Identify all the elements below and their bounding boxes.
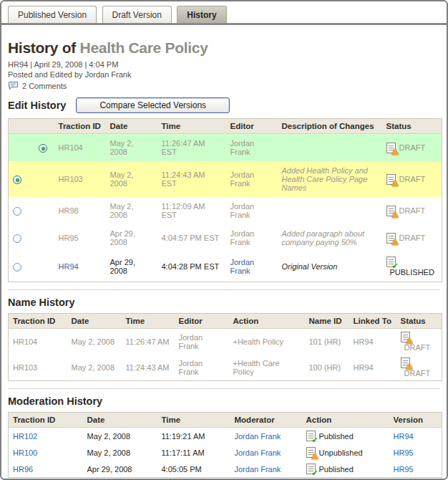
name-history-section: Name History Traction ID Date Time Edito… [8,289,440,381]
name-history-table: Traction ID Date Time Editor Action Name… [8,313,442,381]
moderation-history-title: Moderation History [8,395,440,407]
name-action: +Health Policy [229,329,305,355]
draft-status-icon [401,332,410,342]
col-action: Action [229,314,305,329]
comments-link[interactable]: 2 Comments [22,82,67,90]
change-description [278,134,382,162]
edit-history-row: HR95 Apr 29, 2008 4:04:57 PM EST Jordan … [9,224,442,251]
comment-bubble-icon [8,81,19,90]
edit-history-row: HR98 May 2, 2008 11:12:09 AM EST Jordan … [9,197,442,224]
version-compare-radio[interactable] [13,176,21,184]
editor-name: Jordan Frank [226,161,278,197]
name-id: 101 (HR) [305,329,349,355]
col-date: Date [106,119,157,134]
version-compare-radio[interactable] [13,234,21,243]
version-link[interactable]: HR95 [394,465,414,474]
editor-link[interactable]: Jordan Frank [230,258,255,275]
col-description: Description of Changes [278,119,382,134]
name-id: 100 (HR) [305,355,349,381]
traction-id: HR103 [54,161,106,197]
traction-id: HR95 [54,224,106,251]
draft-status-icon [386,143,396,153]
edit-history-row: HR104 May 2, 2008 11:26:47 AM EST Jordan… [9,134,442,162]
linked-to: HR94 [349,355,396,381]
col-radio-a [9,119,34,134]
name-history-row: HR103 May 2, 2008 11:24:43 AM Jordan Fra… [9,355,442,381]
linked-to: HR94 [349,329,396,355]
entry-meta: HR94 | April 29, 2008 | 4:04 PM [8,60,440,69]
moderator-link[interactable]: Jordan Frank [235,432,281,441]
moderation-date: May 2, 2008 [83,444,157,461]
change-description [278,197,382,224]
version-link[interactable]: HR94 [394,432,414,441]
edit-time: 4:04:28 PM EST [157,251,226,282]
tab-history[interactable]: History [177,6,226,23]
tab-published-version[interactable]: Published Version [8,6,97,23]
name-time: 11:24:43 AM [122,355,175,381]
moderation-time: 11:19:21 AM [157,428,230,445]
col-editor: Editor [226,119,278,134]
col-status: Status [382,119,442,134]
moderation-history-row: HR100 May 2, 2008 11:17:11 AM Jordan Fra… [9,444,442,461]
edit-history-row: HR103 May 2, 2008 11:24:43 AM EST Jordan… [9,161,442,197]
col-traction-id: Traction ID [9,314,67,329]
col-status: Status [396,314,442,329]
version-compare-radio[interactable] [39,144,47,153]
moderation-action: Published [319,432,354,441]
page-title-name: Health Care Policy [80,39,208,56]
draft-status-icon [386,174,396,185]
col-linked-to: Linked To [349,314,396,329]
col-date: Date [83,413,157,428]
name-time: 11:26:47 AM [122,329,175,355]
edit-date: May 2, 2008 [106,134,157,162]
status-label: DRAFT [404,343,431,352]
edit-date: Apr 29, 2008 [106,224,157,251]
version-compare-radio[interactable] [13,207,21,216]
edit-date: May 2, 2008 [106,161,157,197]
posted-by: Posted and Edited by Jordan Frank [8,70,440,79]
editor-name: Jordan Frank [175,329,229,355]
col-editor: Editor [175,314,229,329]
published-action-icon [306,464,316,474]
editor-name: Jordan Frank [226,224,278,251]
status-label: DRAFT [399,175,426,183]
tab-divider [1,23,447,25]
moderation-history-row: HR102 May 2, 2008 11:19:21 AM Jordan Fra… [9,428,442,445]
col-version: Version [389,413,442,428]
moderation-date: Apr 29, 2008 [83,461,157,478]
traction-id-link[interactable]: HR102 [13,432,37,441]
traction-id: HR98 [54,197,106,224]
traction-id-link[interactable]: HR100 [13,448,37,457]
page-title: History of Health Care Policy [8,39,440,57]
edit-date: May 2, 2008 [106,197,157,224]
moderation-history-table: Traction ID Date Time Moderator Action V… [8,412,442,478]
traction-id: HR104 [9,329,67,355]
moderation-time: 11:17:11 AM [157,444,230,461]
col-moderator: Moderator [230,413,302,428]
history-page: Published Version Draft Version History … [0,0,448,480]
traction-id: HR104 [54,134,106,162]
col-traction-id: Traction ID [9,413,83,428]
moderation-date: May 2, 2008 [83,428,157,445]
traction-id-link[interactable]: HR94 [59,262,79,271]
moderator-link[interactable]: Jordan Frank [235,448,281,457]
moderation-time: 4:05:05 PM [157,461,230,478]
tab-draft-version[interactable]: Draft Version [102,6,172,23]
editor-name: Jordan Frank [226,134,278,162]
name-date: May 2, 2008 [67,329,122,355]
traction-id-link[interactable]: HR96 [13,465,33,474]
col-time: Time [122,314,175,329]
page-title-prefix: History of [8,39,80,56]
compare-selected-versions-button[interactable]: Compare Selected Versions [76,97,230,113]
change-description: Original Version [278,251,382,282]
version-link[interactable]: HR95 [394,448,414,457]
traction-id: HR103 [9,355,67,381]
edit-history-table: Traction ID Date Time Editor Description… [8,118,442,282]
moderator-link[interactable]: Jordan Frank [235,465,281,474]
version-compare-radio[interactable] [13,263,21,272]
status-label: DRAFT [404,369,431,378]
col-date: Date [67,314,122,329]
name-history-title: Name History [8,297,440,308]
editor-name: Jordan Frank [175,355,229,381]
moderation-history-section: Moderation History Traction ID Date Time… [8,388,440,478]
